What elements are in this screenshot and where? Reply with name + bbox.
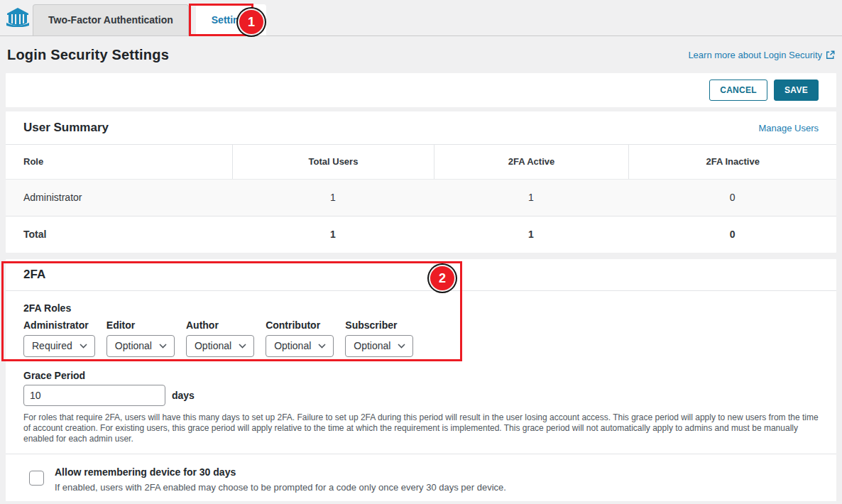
security-plugin-logo-icon (6, 7, 30, 27)
column-header-2fa-inactive: 2FA Inactive (628, 145, 836, 179)
cell-inactive: 0 (628, 217, 836, 253)
twofa-title: 2FA (23, 268, 819, 282)
user-summary-title: User Summary (23, 121, 109, 135)
role-select-administrator[interactable]: Required (23, 335, 95, 357)
column-header-role: Role (6, 145, 232, 179)
role-select-value: Optional (274, 340, 311, 352)
cell-role: Total (6, 217, 232, 253)
user-summary-table-header: Role Total Users 2FA Active 2FA Inactive (6, 145, 836, 180)
cell-total: 1 (232, 180, 433, 216)
role-select-value: Optional (115, 340, 152, 352)
user-summary-header: User Summary Manage Users (6, 111, 836, 145)
twofa-card: 2FA 2FA Roles Administrator Required Edi… (6, 259, 836, 501)
cell-role: Administrator (6, 180, 232, 216)
grace-period-section: Grace Period days For roles that require… (23, 370, 819, 444)
page-header: Login Security Settings Learn more about… (0, 36, 842, 73)
role-label-administrator: Administrator (23, 319, 95, 331)
remember-device-checkbox[interactable] (29, 471, 44, 486)
cell-total: 1 (232, 217, 433, 253)
role-column-author: Author Optional (186, 319, 254, 357)
tab-bar: Two-Factor Authentication Settings (0, 0, 842, 36)
role-column-contributor: Contributor Optional (266, 319, 334, 357)
remember-device-label: Allow remembering device for 30 days (55, 466, 506, 478)
remember-device-description: If enabled, users with 2FA enabled may c… (55, 482, 506, 493)
chevron-down-icon (239, 344, 246, 349)
grace-period-input[interactable] (23, 385, 165, 406)
save-button[interactable]: SAVE (774, 80, 819, 101)
role-select-value: Optional (195, 340, 231, 352)
cell-active: 1 (434, 180, 629, 216)
role-column-subscriber: Subscriber Optional (345, 319, 413, 357)
twofa-section-header: 2FA (6, 259, 836, 291)
cancel-button[interactable]: CANCEL (709, 80, 767, 101)
role-select-value: Optional (354, 340, 390, 352)
learn-more-link[interactable]: Learn more about Login Security (688, 50, 835, 60)
role-select-value: Required (32, 340, 72, 352)
external-link-icon (826, 50, 835, 60)
role-column-administrator: Administrator Required (23, 319, 95, 357)
role-label-subscriber: Subscriber (345, 319, 413, 331)
role-label-author: Author (186, 319, 254, 331)
tab-two-factor-authentication[interactable]: Two-Factor Authentication (33, 4, 189, 35)
user-summary-card: User Summary Manage Users Role Total Use… (6, 111, 836, 253)
chevron-down-icon (159, 344, 167, 349)
tab-settings[interactable]: Settings (196, 4, 266, 35)
grace-period-unit: days (172, 390, 195, 401)
chevron-down-icon (80, 344, 87, 349)
page-title: Login Security Settings (7, 47, 169, 63)
table-row-administrator: Administrator 1 1 0 (6, 180, 836, 216)
column-header-2fa-active: 2FA Active (434, 145, 629, 179)
chevron-down-icon (398, 344, 405, 349)
grace-period-description: For roles that require 2FA, users will h… (23, 412, 819, 444)
save-toolbar: CANCEL SAVE (6, 73, 836, 107)
role-select-subscriber[interactable]: Optional (345, 335, 413, 357)
role-select-contributor[interactable]: Optional (266, 335, 334, 357)
table-row-total: Total 1 1 0 (6, 216, 836, 253)
role-select-editor[interactable]: Optional (106, 335, 175, 357)
grace-period-label: Grace Period (23, 370, 819, 381)
remember-device-row: Allow remembering device for 30 days If … (6, 454, 836, 493)
twofa-roles-row: Administrator Required Editor Optional A… (23, 319, 819, 357)
role-label-contributor: Contributor (266, 319, 334, 331)
chevron-down-icon (318, 344, 326, 349)
column-header-total-users: Total Users (232, 145, 433, 179)
manage-users-link[interactable]: Manage Users (758, 123, 819, 133)
learn-more-label: Learn more about Login Security (688, 50, 822, 60)
cell-active: 1 (434, 217, 629, 253)
role-select-author[interactable]: Optional (186, 335, 254, 357)
role-column-editor: Editor Optional (106, 319, 175, 357)
twofa-roles-label: 2FA Roles (23, 302, 819, 314)
cell-inactive: 0 (628, 180, 836, 216)
role-label-editor: Editor (106, 319, 175, 331)
